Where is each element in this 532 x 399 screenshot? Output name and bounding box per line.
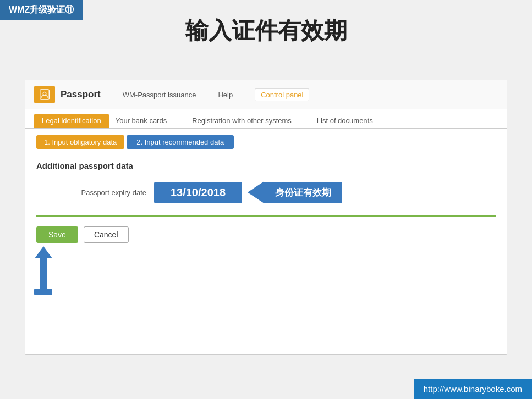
expiry-annotation: 身份证有效期: [248, 181, 342, 203]
nav-control-panel[interactable]: Control panel: [255, 88, 309, 101]
passport-label: Passport: [61, 89, 101, 100]
action-area: Save Cancel 保存: [25, 219, 507, 248]
bottom-badge: http://www.binaryboke.com: [414, 379, 532, 399]
tab-list-documents[interactable]: List of documents: [312, 114, 377, 128]
up-arrow-head-icon: [35, 246, 52, 258]
svg-point-1: [43, 92, 46, 95]
form-area: Passport expiry date 13/10/2018 身份证有效期: [25, 176, 507, 213]
top-badge-label: WMZ升级验证⑪: [9, 5, 74, 14]
action-buttons-row: Save Cancel: [36, 226, 496, 243]
divider-line: [36, 215, 496, 217]
top-badge: WMZ升级验证⑪: [0, 0, 83, 20]
svg-rect-0: [40, 90, 50, 99]
form-row-expiry: Passport expiry date 13/10/2018 身份证有效期: [36, 181, 496, 203]
main-panel: Passport WM-Passport issuance Help Contr…: [25, 80, 507, 355]
form-label-expiry: Passport expiry date: [36, 189, 146, 197]
arrow-left-icon: [248, 181, 264, 203]
nav-wm-passport[interactable]: WM-Passport issuance: [123, 91, 196, 99]
step-tab-1[interactable]: 1. Input obligatory data: [36, 135, 124, 149]
step-tab-2[interactable]: 2. Input recommended data: [127, 135, 234, 149]
expiry-annotation-text: 身份证有效期: [264, 182, 342, 203]
passport-icon: [34, 86, 55, 103]
bottom-badge-url: http://www.binaryboke.com: [424, 384, 522, 394]
save-annotation: 保存: [34, 246, 52, 295]
section-title: Additional passport data: [25, 151, 507, 176]
tab-bar: Legal identification Your bank cards Reg…: [25, 109, 507, 129]
tab-registration[interactable]: Registration with other systems: [188, 114, 296, 128]
cancel-button[interactable]: Cancel: [84, 226, 129, 243]
save-cn-label: 保存: [34, 289, 52, 295]
tab-bank-cards[interactable]: Your bank cards: [111, 114, 171, 128]
date-input[interactable]: 13/10/2018: [154, 182, 242, 203]
step-tabs: 1. Input obligatory data 2. Input recomm…: [25, 129, 507, 151]
save-button[interactable]: Save: [36, 226, 78, 243]
up-arrow-body: [40, 258, 47, 289]
tab-legal-identification[interactable]: Legal identification: [34, 114, 109, 128]
nav-help[interactable]: Help: [218, 91, 233, 99]
panel-header: Passport WM-Passport issuance Help Contr…: [25, 80, 507, 109]
